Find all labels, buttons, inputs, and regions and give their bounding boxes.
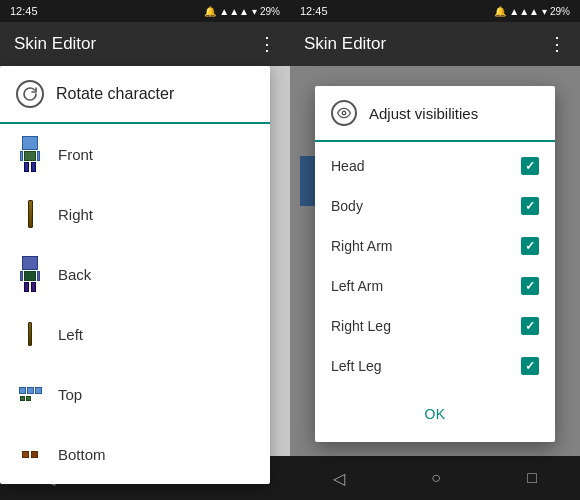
bottom-sprite: [22, 451, 38, 458]
top-icon-wrapper: [16, 376, 44, 412]
left-leg-checkbox[interactable]: ✓: [521, 357, 539, 375]
right-label: Right: [58, 206, 93, 223]
dropdown-item-right[interactable]: Right: [0, 184, 270, 244]
sprite-left-leg: [24, 162, 29, 172]
top-b1: [20, 396, 25, 401]
left-icon: [16, 316, 44, 352]
notif-icon-right: 🔔: [494, 6, 506, 17]
wifi-icon-right: ▾: [542, 6, 547, 17]
left-leg-label: Left Leg: [331, 358, 382, 374]
battery-text: 29%: [260, 6, 280, 17]
sprite-right-arm: [37, 151, 40, 161]
visibility-row-left-arm[interactable]: Left Arm ✓: [315, 266, 555, 306]
body-checkbox[interactable]: ✓: [521, 197, 539, 215]
dialog-title: Adjust visibilities: [369, 105, 478, 122]
dropdown-item-back[interactable]: Back: [0, 244, 270, 304]
status-icons-left: 🔔 ▲▲▲ ▾ 29%: [204, 6, 280, 17]
sprite-body-front: [24, 151, 36, 161]
top-sprite: [19, 387, 42, 401]
wifi-icon: ▾: [252, 6, 257, 17]
front-label: Front: [58, 146, 93, 163]
time-right: 12:45: [300, 5, 328, 17]
signal-icon-right: ▲▲▲: [509, 6, 539, 17]
back-label: Back: [58, 266, 91, 283]
eye-icon: [331, 100, 357, 126]
dropdown-header: Rotate character: [0, 66, 270, 124]
bottom-foot-left: [22, 451, 29, 458]
left-panel: 12:45 🔔 ▲▲▲ ▾ 29% Skin Editor ⋮: [0, 0, 290, 500]
right-leg-checkbox[interactable]: ✓: [521, 317, 539, 335]
left-stick-icon: [28, 322, 32, 346]
bottom-icon-wrapper: [16, 436, 44, 472]
visibility-row-head[interactable]: Head ✓: [315, 146, 555, 186]
dialog-body: Head ✓ Body ✓ Right Arm: [315, 142, 555, 390]
top-b2: [26, 396, 31, 401]
sprite-body-back: [24, 271, 36, 281]
more-options-left[interactable]: ⋮: [258, 33, 276, 55]
rotate-icon: [16, 80, 44, 108]
rotate-title: Rotate character: [56, 85, 174, 103]
ok-button[interactable]: OK: [404, 398, 465, 430]
visibility-row-body[interactable]: Body ✓: [315, 186, 555, 226]
back-button-right[interactable]: ◁: [313, 461, 365, 496]
left-arm-label: Left Arm: [331, 278, 383, 294]
sprite-head-back: [22, 256, 38, 270]
sprite-back-lleg: [24, 282, 29, 292]
content-area-left: Rotate character Front: [0, 66, 290, 456]
visibility-row-left-leg[interactable]: Left Leg ✓: [315, 346, 555, 386]
notification-icon: 🔔: [204, 6, 216, 17]
sprite-back-rarm: [37, 271, 40, 281]
head-label: Head: [331, 158, 364, 174]
right-arm-label: Right Arm: [331, 238, 392, 254]
app-title-right: Skin Editor: [304, 34, 386, 54]
visibility-row-right-leg[interactable]: Right Leg ✓: [315, 306, 555, 346]
left-label: Left: [58, 326, 83, 343]
sprite-back-rleg: [31, 282, 36, 292]
dropdown-item-front[interactable]: Front: [0, 124, 270, 184]
sprite-head-front: [22, 136, 38, 150]
status-icons-right: 🔔 ▲▲▲ ▾ 29%: [494, 6, 570, 17]
back-icon: [16, 256, 44, 292]
right-leg-check-mark: ✓: [525, 320, 535, 332]
top-label: Top: [58, 386, 82, 403]
bottom-label: Bottom: [58, 446, 106, 463]
sprite-right-leg: [31, 162, 36, 172]
dropdown-item-left[interactable]: Left: [0, 304, 270, 364]
dialog-footer: OK: [315, 390, 555, 442]
right-arm-checkbox[interactable]: ✓: [521, 237, 539, 255]
sprite-back-larm: [20, 271, 23, 281]
battery-right: 29%: [550, 6, 570, 17]
body-label: Body: [331, 198, 363, 214]
left-arm-checkbox[interactable]: ✓: [521, 277, 539, 295]
top-c2: [27, 387, 34, 394]
status-bar-right: 12:45 🔔 ▲▲▲ ▾ 29%: [290, 0, 580, 22]
nav-bar-right: ◁ ○ □: [290, 456, 580, 500]
sprite-left-arm: [20, 151, 23, 161]
svg-point-0: [342, 111, 346, 115]
more-options-right[interactable]: ⋮: [548, 33, 566, 55]
home-button-right[interactable]: ○: [411, 461, 461, 495]
head-check-mark: ✓: [525, 160, 535, 172]
dropdown-item-top[interactable]: Top: [0, 364, 270, 424]
top-c3: [35, 387, 42, 394]
back-character-sprite: [20, 256, 40, 292]
right-arm-check-mark: ✓: [525, 240, 535, 252]
app-title-left: Skin Editor: [14, 34, 96, 54]
top-body-row: [19, 396, 42, 401]
dialog-header: Adjust visibilities: [315, 86, 555, 142]
content-area-right: Adjust visibilities Head ✓ Body: [290, 66, 580, 456]
signal-icon: ▲▲▲: [219, 6, 249, 17]
head-checkbox[interactable]: ✓: [521, 157, 539, 175]
left-arm-check-mark: ✓: [525, 280, 535, 292]
top-c1: [19, 387, 26, 394]
dialog-overlay: Adjust visibilities Head ✓ Body: [290, 66, 580, 456]
rotate-dropdown: Rotate character Front: [0, 66, 270, 484]
recent-button-right[interactable]: □: [507, 461, 557, 495]
status-bar-left: 12:45 🔔 ▲▲▲ ▾ 29%: [0, 0, 290, 22]
right-stick-icon: [28, 200, 33, 228]
app-bar-right: Skin Editor ⋮: [290, 22, 580, 66]
dropdown-item-bottom[interactable]: Bottom: [0, 424, 270, 484]
body-check-mark: ✓: [525, 200, 535, 212]
visibility-row-right-arm[interactable]: Right Arm ✓: [315, 226, 555, 266]
app-bar-left: Skin Editor ⋮: [0, 22, 290, 66]
